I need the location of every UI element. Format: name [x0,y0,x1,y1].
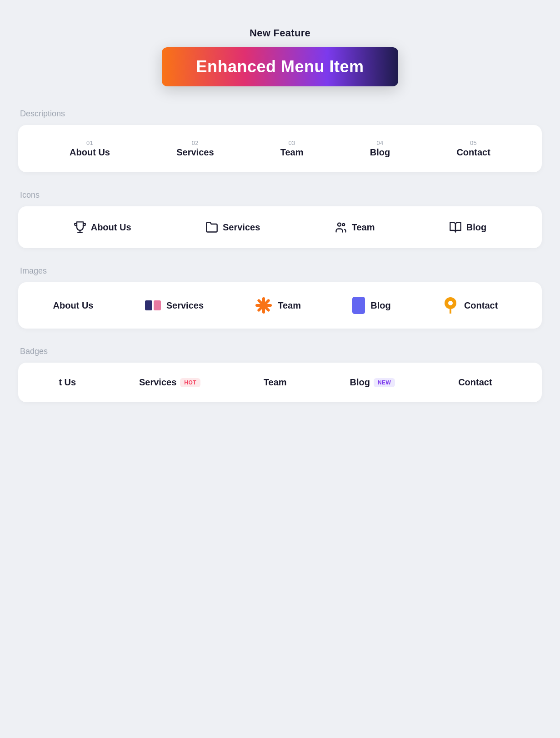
desc-num-5: 05 [470,140,477,146]
desc-label-5: Contact [456,147,490,158]
desc-label-3: Team [280,147,304,158]
icon-item-blog[interactable]: Blog [449,221,486,234]
badges-nav: t Us Services HOT Team Blog NEW [36,377,524,388]
svg-point-0 [338,223,341,226]
badge-new: NEW [374,378,395,387]
svg-point-1 [342,224,345,226]
images-card: About Us Services [18,282,542,329]
enhanced-menu-button[interactable]: Enhanced Menu Item [162,47,398,86]
image-item-services[interactable]: Services [145,300,204,311]
icon-item-team[interactable]: Team [335,221,375,234]
desc-item-blog[interactable]: 04 Blog [370,140,390,158]
image-item-contact[interactable]: Contact [442,297,498,314]
image-label-blog: Blog [370,300,390,311]
badge-item-team[interactable]: Team [264,377,287,388]
desc-item-team[interactable]: 03 Team [280,140,304,158]
desc-num-2: 02 [192,140,199,146]
descriptions-label: Descriptions [20,109,542,119]
trophy-icon [74,221,86,234]
icons-label: Icons [20,190,542,200]
desc-label-2: Services [176,147,214,158]
descriptions-card: 01 About Us 02 Services 03 Team 04 Blog … [18,125,542,172]
badges-card: t Us Services HOT Team Blog NEW [18,363,542,402]
contact-image-icon [442,297,459,314]
badge-label-services: Services [139,377,176,388]
folder-icon [205,221,218,234]
icon-label-about: About Us [91,222,131,233]
image-label-about: About Us [53,300,94,311]
team-image-icon [255,297,272,314]
icons-card: About Us Services [18,206,542,248]
badge-item-contact[interactable]: Contact [458,377,492,388]
image-item-blog[interactable]: Blog [352,297,390,314]
image-label-team: Team [278,300,301,311]
page-wrapper: New Feature Enhanced Menu Item Descripti… [0,0,560,448]
badge-item-about[interactable]: t Us [59,377,76,388]
image-label-services: Services [166,300,204,311]
desc-label-4: Blog [370,147,390,158]
badge-label-contact: Contact [458,377,492,388]
images-section: Images About Us Services [18,266,542,329]
badge-item-services[interactable]: Services HOT [139,377,200,388]
icon-label-services: Services [223,222,260,233]
desc-num-4: 04 [376,140,383,146]
image-item-about[interactable]: About Us [53,300,94,311]
icon-item-about[interactable]: About Us [74,221,131,234]
images-label: Images [20,266,542,276]
descriptions-section: Descriptions 01 About Us 02 Services 03 … [18,109,542,172]
images-nav: About Us Services [36,297,524,314]
badges-label: Badges [20,347,542,356]
icon-label-blog: Blog [466,222,486,233]
svg-point-7 [448,301,453,305]
icons-nav: About Us Services [36,221,524,234]
badge-hot: HOT [180,378,200,387]
new-feature-label: New Feature [250,27,310,39]
badge-item-blog[interactable]: Blog NEW [350,377,395,388]
badge-label-blog: Blog [350,377,370,388]
book-icon [449,221,462,234]
people-icon [335,221,347,234]
image-label-contact: Contact [464,300,498,311]
descriptions-nav: 01 About Us 02 Services 03 Team 04 Blog … [36,140,524,158]
desc-num-3: 03 [289,140,295,146]
icon-label-team: Team [352,222,375,233]
hero-section: New Feature Enhanced Menu Item [18,27,542,86]
desc-item-services[interactable]: 02 Services [176,140,214,158]
services-image-icon [145,300,161,310]
badges-section: Badges t Us Services HOT Team Blog [18,347,542,402]
blog-image-icon [352,297,365,314]
desc-item-about[interactable]: 01 About Us [70,140,110,158]
desc-label-1: About Us [70,147,110,158]
icons-section: Icons About Us [18,190,542,248]
icon-item-services[interactable]: Services [205,221,260,234]
badge-label-about: t Us [59,377,76,388]
badge-label-team: Team [264,377,287,388]
desc-num-1: 01 [86,140,93,146]
desc-item-contact[interactable]: 05 Contact [456,140,490,158]
image-item-team[interactable]: Team [255,297,301,314]
